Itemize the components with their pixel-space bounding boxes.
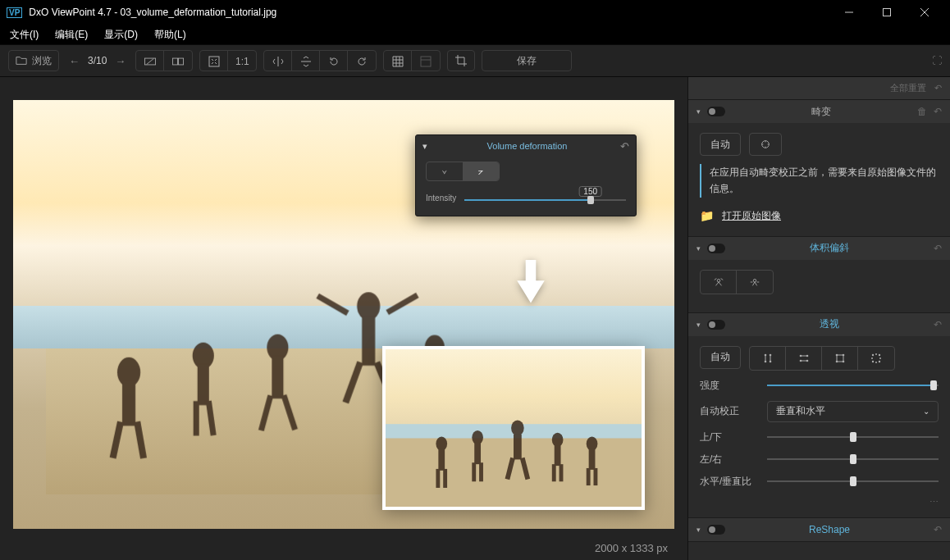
maximize-button[interactable]	[868, 0, 906, 25]
intensity-slider[interactable]	[767, 380, 939, 391]
horizontal-lines-icon	[798, 353, 810, 364]
section-distortion-head[interactable]: ▾ 畸变 🗑 ↶	[688, 100, 950, 123]
zoom-fit-button[interactable]	[200, 51, 228, 71]
diagonal-icon	[713, 276, 724, 288]
tutorial-arrow-icon	[514, 260, 548, 303]
distortion-info-text: 在应用自动畸变校正之前，需要来自原始图像文件的信息。	[700, 164, 939, 198]
volume-toggle[interactable]	[707, 244, 725, 253]
perspective-horizontal-button[interactable]	[786, 347, 822, 370]
svg-rect-40	[472, 462, 476, 481]
minimize-button[interactable]	[830, 0, 868, 25]
reset-all-button[interactable]: 全部重置	[890, 82, 926, 94]
distortion-auto-button[interactable]: 自动	[700, 133, 741, 156]
svg-point-80	[871, 357, 873, 359]
reset-all-undo-icon[interactable]: ↶	[934, 83, 942, 93]
section-perspective-head[interactable]: ▾ 透视 ↶	[688, 313, 950, 336]
next-image-button[interactable]: →	[115, 55, 126, 67]
image-canvas[interactable]: ▾ Volume deformation ↶ ⦡ ⦢ Intensity	[13, 100, 674, 529]
open-original-link[interactable]: 打开原始图像	[722, 209, 781, 223]
rect-icon	[834, 353, 846, 364]
svg-point-42	[511, 420, 524, 435]
rotate-cw-button[interactable]	[348, 51, 376, 71]
overlay-mode-segment: ⦡ ⦢	[426, 162, 500, 181]
overlay-mode-horizontal: ⦢	[463, 162, 499, 180]
grid-button[interactable]	[384, 51, 412, 71]
prev-image-button[interactable]: ←	[69, 55, 80, 67]
section-reshape: ▾ ReShape ↶	[688, 518, 950, 542]
menu-help[interactable]: 帮助(L)	[154, 28, 186, 42]
side-by-side-icon	[172, 56, 184, 67]
zoom-11-button[interactable]: 1:1	[228, 51, 256, 71]
perspective-title: 透视	[732, 317, 927, 331]
app-logo: VP	[7, 7, 22, 18]
save-button[interactable]: 保存	[482, 50, 572, 71]
leftright-slider[interactable]	[767, 453, 939, 465]
menu-file[interactable]: 文件(I)	[10, 28, 39, 42]
svg-point-77	[879, 361, 880, 362]
section-distortion: ▾ 畸变 🗑 ↶ 自动 在应用自动畸变校正之前，需要来自原始图像文件的信息。 �	[688, 100, 950, 237]
svg-rect-51	[589, 449, 596, 470]
panel-header-strip: 全部重置 ↶	[688, 77, 950, 100]
eight-point-icon	[870, 353, 882, 364]
perspective-auto-button[interactable]: 自动	[700, 346, 741, 369]
undo-icon[interactable]: ↶	[934, 319, 942, 330]
transform-group	[263, 50, 377, 71]
trash-icon[interactable]: 🗑	[917, 106, 927, 117]
compare-mode-group	[135, 50, 193, 71]
folder-icon: 📁	[700, 209, 714, 222]
open-original-row[interactable]: 📁 打开原始图像	[700, 206, 939, 226]
browse-button[interactable]: 浏览	[8, 50, 59, 71]
flip-v-icon	[300, 56, 312, 67]
svg-point-81	[879, 357, 881, 359]
distortion-manual-button[interactable]	[749, 133, 782, 156]
volume-mode-diag-button[interactable]	[701, 271, 737, 294]
svg-point-46	[552, 433, 564, 447]
fullscreen-button[interactable]: ⛶	[932, 55, 942, 66]
perspective-toggle[interactable]	[707, 320, 725, 330]
overlay-intensity-label: Intensity	[426, 193, 456, 203]
flip-h-button[interactable]	[264, 51, 292, 71]
section-volume-head[interactable]: ▾ 体积偏斜 ↶	[688, 237, 950, 260]
rotate-ccw-button[interactable]	[320, 51, 348, 71]
image-dimensions: 2000 x 1333 px	[595, 542, 668, 554]
undo-icon[interactable]: ↶	[934, 106, 942, 117]
reshape-toggle[interactable]	[707, 525, 725, 535]
volume-title: 体积偏斜	[732, 241, 927, 255]
svg-point-73	[842, 360, 844, 362]
canvas-footer: 2000 x 1333 px	[0, 535, 687, 560]
undo-icon[interactable]: ↶	[934, 243, 942, 254]
section-reshape-head[interactable]: ▾ ReShape ↶	[688, 518, 950, 541]
crop-tool-button[interactable]	[447, 50, 475, 71]
flip-v-button[interactable]	[292, 51, 320, 71]
svg-rect-69	[837, 355, 843, 362]
perspective-auto-label: 自动	[710, 350, 730, 364]
flip-h-icon	[272, 56, 284, 67]
svg-rect-7	[179, 58, 184, 65]
zoom-group: 1:1	[199, 50, 257, 71]
titlebar: VP DxO ViewPoint 4.7 - 03_volume_deforma…	[0, 0, 950, 25]
undo-icon[interactable]: ↶	[934, 524, 942, 535]
svg-rect-27	[386, 293, 418, 315]
svg-rect-21	[281, 394, 298, 430]
perspective-vertical-button[interactable]	[750, 347, 786, 370]
perspective-8pt-button[interactable]	[858, 347, 894, 370]
volume-mode-horiz-button[interactable]	[737, 271, 773, 294]
svg-rect-23	[362, 316, 375, 366]
compare-split-button[interactable]	[136, 51, 164, 71]
autocorrect-select[interactable]: 垂直和水平 ⌄	[767, 401, 939, 422]
menu-view[interactable]: 显示(D)	[104, 28, 138, 42]
svg-point-78	[875, 353, 877, 355]
compare-side-button[interactable]	[164, 51, 192, 71]
menu-edit[interactable]: 编辑(E)	[55, 28, 88, 42]
svg-rect-20	[258, 394, 273, 431]
more-options-icon[interactable]: ⋯	[700, 497, 939, 508]
updown-slider[interactable]	[767, 431, 939, 443]
close-button[interactable]	[906, 0, 943, 25]
hvratio-slider[interactable]	[767, 476, 939, 487]
svg-rect-13	[134, 421, 147, 459]
svg-point-22	[357, 292, 380, 320]
overlay-options-button[interactable]	[412, 51, 440, 71]
distortion-toggle[interactable]	[707, 107, 725, 116]
grid-group	[383, 50, 441, 71]
perspective-rect-button[interactable]	[822, 347, 858, 370]
